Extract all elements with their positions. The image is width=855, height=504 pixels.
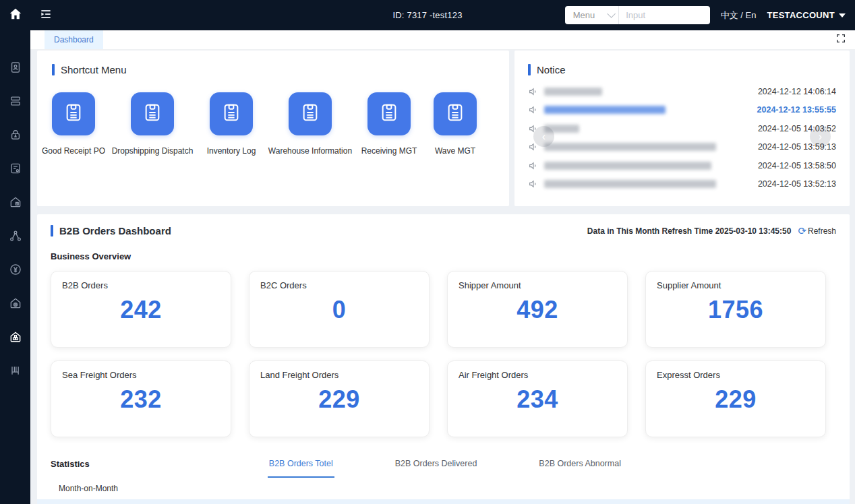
chart-area-top-edge <box>37 499 850 504</box>
warehouse-globe-icon <box>9 296 22 310</box>
sidebar-item-orders-list[interactable] <box>0 84 30 118</box>
stat-tab-b2b-orders-abnormal[interactable]: B2B Orders Abnormal <box>539 459 621 478</box>
session-id-label: ID: 7317 -test123 <box>392 10 462 20</box>
notice-item[interactable]: 2024-12-05 13:52:13 <box>528 175 836 194</box>
card-shipper-amount[interactable]: Shipper Amount 492 <box>447 271 628 348</box>
speaker-icon <box>528 104 539 115</box>
menu-select-value: Menu <box>573 10 595 20</box>
tab-dashboard[interactable]: Dashboard <box>45 30 103 49</box>
notice-item[interactable]: 2024-12-05 14:03:52 <box>528 119 836 138</box>
stat-tab-b2b-orders-delivered[interactable]: B2B Orders Delivered <box>395 459 477 478</box>
sidebar-item-user-badge[interactable] <box>0 51 30 84</box>
clipboard-icon <box>444 102 466 126</box>
redacted-notice-text <box>544 143 716 151</box>
notice-item[interactable]: 2024-12-12 14:06:14 <box>528 82 836 101</box>
card-supplier-amount[interactable]: Supplier Amount 1756 <box>645 271 826 348</box>
sidebar-collapse-button[interactable] <box>38 7 54 24</box>
topbar-search-group: Menu <box>565 6 710 24</box>
redacted-notice-text <box>544 162 711 170</box>
notice-prev-button[interactable]: ‹ <box>533 126 554 147</box>
month-on-month-label: Month-on-Month <box>59 484 836 493</box>
notice-panel: Notice 2024-12-12 14:06:14 2024-12-12 13… <box>514 51 850 206</box>
shortcut-good-receipt-po[interactable]: Good Receipt PO <box>52 92 95 156</box>
notice-item[interactable]: 2024-12-12 13:55:55 <box>528 101 836 120</box>
speaker-icon <box>528 160 539 171</box>
card-air-freight-orders[interactable]: Air Freight Orders 234 <box>447 360 628 437</box>
sidebar-item-documents[interactable] <box>0 152 30 185</box>
currency-yen-icon <box>9 263 22 276</box>
sidebar-item-overseas-warehouse[interactable] <box>0 286 30 320</box>
sidebar-item-network[interactable] <box>0 219 30 253</box>
chevron-down-icon <box>607 9 616 18</box>
accent-bar <box>51 225 53 237</box>
chevron-left-icon: ‹ <box>542 131 546 143</box>
redacted-notice-text <box>544 106 666 114</box>
home-button[interactable] <box>0 0 30 30</box>
sidebar-item-warehouse-out[interactable] <box>0 185 30 219</box>
shortcut-menu-panel: Shortcut Menu Good Receipt PO Dropshippi… <box>37 51 509 206</box>
shortcut-wave-mgt[interactable]: Wave MGT <box>434 92 477 156</box>
shortcut-warehouse-information[interactable]: Warehouse Information <box>289 92 332 156</box>
caret-down-icon <box>839 13 846 18</box>
redacted-notice-text <box>544 88 602 96</box>
main-content: Shortcut Menu Good Receipt PO Dropshippi… <box>30 50 855 504</box>
search-input[interactable] <box>619 10 709 20</box>
speaker-icon <box>528 86 539 97</box>
chevron-right-icon: › <box>819 131 822 143</box>
home-icon <box>8 7 23 24</box>
stacked-list-icon <box>9 94 22 108</box>
b2b-orders-dashboard-panel: B2B Orders Dashboard Data in This Month … <box>37 214 850 504</box>
card-expresst-orders[interactable]: Expresst Orders 229 <box>645 360 826 437</box>
topbar: ID: 7317 -test123 Menu 中文 / En TESTACCOU… <box>0 0 855 30</box>
sidebar-item-shelf[interactable] <box>0 354 30 387</box>
sidebar-item-warehouse-mgt[interactable] <box>0 320 30 354</box>
redacted-notice-text <box>544 180 716 188</box>
padlock-icon <box>9 128 22 141</box>
clipboard-icon <box>220 102 242 126</box>
speaker-icon <box>528 179 539 189</box>
shortcut-inventory-log[interactable]: Inventory Log <box>210 92 253 156</box>
user-badge-icon <box>9 61 22 74</box>
fullscreen-icon <box>835 33 846 46</box>
clipboard-icon <box>299 102 321 126</box>
accent-bar <box>528 64 531 75</box>
shortcut-dropshipping-dispatch[interactable]: Dropshipping Dispatch <box>131 92 174 156</box>
refresh-button[interactable]: ⟳ Refresh <box>798 226 836 236</box>
clipboard-icon <box>63 102 84 126</box>
notice-item[interactable]: 2024-12-05 13:58:50 <box>528 156 836 175</box>
business-overview-title: Business Overview <box>51 251 836 261</box>
account-name: TESTACCOUNT <box>767 10 835 20</box>
menu-select[interactable]: Menu <box>565 6 620 24</box>
accent-bar <box>52 64 55 75</box>
card-land-freight-orders[interactable]: Land Freight Orders 229 <box>249 360 430 437</box>
sidebar <box>0 30 30 504</box>
shortcut-receiving-mgt[interactable]: Receiving MGT <box>367 92 411 156</box>
statistics-title: Statistics <box>51 459 90 469</box>
refresh-icon: ⟳ <box>798 226 806 236</box>
notice-next-button[interactable]: › <box>810 126 831 147</box>
shelf-barcode-icon <box>9 364 22 377</box>
card-b2c-orders[interactable]: B2C Orders 0 <box>249 271 430 348</box>
account-menu[interactable]: TESTACCOUNT <box>767 10 846 20</box>
fullscreen-button[interactable] <box>835 30 846 49</box>
b2b-dashboard-title: B2B Orders Dashboard <box>59 225 171 237</box>
warehouse-grid-icon <box>9 330 22 344</box>
notice-title: Notice <box>537 64 566 75</box>
sidebar-item-security[interactable] <box>0 118 30 152</box>
clipboard-icon <box>142 102 163 126</box>
card-sea-freight-orders[interactable]: Sea Freight Orders 232 <box>51 360 231 437</box>
network-nodes-icon <box>9 229 22 243</box>
document-contact-icon <box>9 162 22 175</box>
warehouse-out-icon <box>9 195 22 209</box>
refresh-info-label: Data in This Month Refresh Time 2025-03-… <box>587 226 792 236</box>
tab-bar: Dashboard <box>30 30 855 50</box>
shortcut-menu-title: Shortcut Menu <box>61 64 127 75</box>
overview-cards: B2B Orders 242 B2C Orders 0 Shipper Amou… <box>51 271 836 437</box>
menu-unfold-icon <box>39 7 53 24</box>
card-b2b-orders[interactable]: B2B Orders 242 <box>51 271 231 348</box>
notice-item[interactable]: 2024-12-05 13:59:13 <box>528 138 836 157</box>
sidebar-item-finance[interactable] <box>0 253 30 286</box>
language-switch[interactable]: 中文 / En <box>721 9 757 22</box>
stat-tab-b2b-orders-total[interactable]: B2B Orders Totel <box>269 459 333 478</box>
clipboard-icon <box>378 102 400 126</box>
